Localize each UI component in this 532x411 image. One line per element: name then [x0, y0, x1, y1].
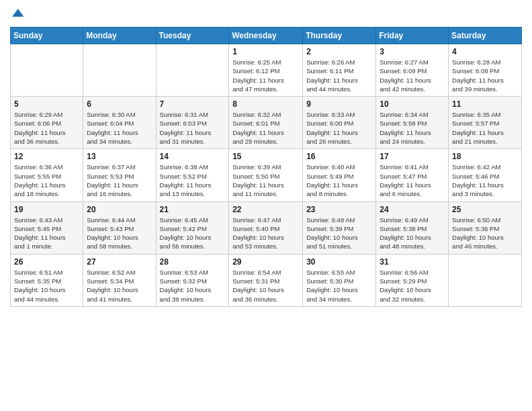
day-detail: Sunrise: 6:40 AM Sunset: 5:49 PM Dayligh…	[306, 163, 372, 198]
day-number: 7	[160, 99, 226, 109]
day-number: 31	[380, 257, 445, 267]
day-detail: Sunrise: 6:41 AM Sunset: 5:47 PM Dayligh…	[380, 163, 445, 198]
day-cell: 10Sunrise: 6:34 AM Sunset: 5:58 PM Dayli…	[376, 97, 449, 149]
day-cell: 18Sunrise: 6:42 AM Sunset: 5:46 PM Dayli…	[449, 149, 522, 201]
day-number: 10	[380, 99, 445, 109]
weekday-header-thursday: Thursday	[303, 28, 376, 44]
day-detail: Sunrise: 6:35 AM Sunset: 5:57 PM Dayligh…	[452, 110, 518, 146]
week-row-1: 1Sunrise: 6:25 AM Sunset: 6:12 PM Daylig…	[11, 44, 522, 97]
day-detail: Sunrise: 6:42 AM Sunset: 5:46 PM Dayligh…	[452, 163, 518, 198]
day-cell: 28Sunrise: 6:53 AM Sunset: 5:32 PM Dayli…	[156, 254, 229, 306]
day-detail: Sunrise: 6:53 AM Sunset: 5:32 PM Dayligh…	[160, 268, 226, 304]
day-detail: Sunrise: 6:38 AM Sunset: 5:52 PM Dayligh…	[160, 163, 226, 198]
day-cell	[449, 254, 522, 306]
day-number: 16	[306, 152, 372, 161]
day-detail: Sunrise: 6:55 AM Sunset: 5:30 PM Dayligh…	[306, 268, 372, 304]
day-detail: Sunrise: 6:45 AM Sunset: 5:42 PM Dayligh…	[160, 216, 226, 251]
day-cell: 6Sunrise: 6:30 AM Sunset: 6:04 PM Daylig…	[83, 97, 156, 149]
day-detail: Sunrise: 6:52 AM Sunset: 5:34 PM Dayligh…	[87, 268, 152, 304]
day-number: 8	[232, 99, 299, 109]
day-number: 23	[306, 205, 372, 214]
day-detail: Sunrise: 6:34 AM Sunset: 5:58 PM Dayligh…	[380, 110, 445, 146]
day-cell: 29Sunrise: 6:54 AM Sunset: 5:31 PM Dayli…	[229, 254, 303, 306]
day-detail: Sunrise: 6:39 AM Sunset: 5:50 PM Dayligh…	[232, 163, 299, 198]
day-cell: 16Sunrise: 6:40 AM Sunset: 5:49 PM Dayli…	[303, 149, 376, 201]
day-number: 30	[306, 257, 372, 267]
day-number: 18	[452, 152, 518, 161]
day-cell: 1Sunrise: 6:25 AM Sunset: 6:12 PM Daylig…	[229, 44, 303, 97]
day-detail: Sunrise: 6:25 AM Sunset: 6:12 PM Dayligh…	[232, 58, 299, 93]
day-number: 1	[232, 47, 299, 56]
day-number: 26	[14, 257, 79, 267]
day-number: 20	[87, 205, 152, 214]
day-number: 13	[87, 152, 152, 161]
day-detail: Sunrise: 6:26 AM Sunset: 6:11 PM Dayligh…	[306, 58, 372, 93]
day-number: 3	[380, 47, 445, 56]
day-cell: 8Sunrise: 6:32 AM Sunset: 6:01 PM Daylig…	[229, 97, 303, 149]
day-detail: Sunrise: 6:28 AM Sunset: 6:08 PM Dayligh…	[452, 58, 518, 93]
day-detail: Sunrise: 6:51 AM Sunset: 5:35 PM Dayligh…	[14, 268, 79, 304]
day-number: 29	[232, 257, 299, 267]
day-cell	[83, 44, 156, 97]
weekday-header-wednesday: Wednesday	[229, 28, 303, 44]
day-detail: Sunrise: 6:31 AM Sunset: 6:03 PM Dayligh…	[160, 110, 226, 146]
day-detail: Sunrise: 6:54 AM Sunset: 5:31 PM Dayligh…	[232, 268, 299, 304]
weekday-header-monday: Monday	[83, 28, 156, 44]
day-number: 28	[160, 257, 226, 267]
day-detail: Sunrise: 6:30 AM Sunset: 6:04 PM Dayligh…	[87, 110, 152, 146]
day-number: 19	[14, 205, 79, 214]
day-cell: 31Sunrise: 6:56 AM Sunset: 5:29 PM Dayli…	[376, 254, 449, 306]
calendar: SundayMondayTuesdayWednesdayThursdayFrid…	[10, 27, 522, 307]
day-cell: 15Sunrise: 6:39 AM Sunset: 5:50 PM Dayli…	[229, 149, 303, 201]
day-cell: 12Sunrise: 6:36 AM Sunset: 5:55 PM Dayli…	[11, 149, 83, 201]
day-number: 14	[160, 152, 226, 161]
day-detail: Sunrise: 6:47 AM Sunset: 5:40 PM Dayligh…	[232, 216, 299, 251]
day-cell: 23Sunrise: 6:48 AM Sunset: 5:39 PM Dayli…	[303, 201, 376, 254]
day-cell: 20Sunrise: 6:44 AM Sunset: 5:43 PM Dayli…	[83, 201, 156, 254]
day-cell: 27Sunrise: 6:52 AM Sunset: 5:34 PM Dayli…	[83, 254, 156, 306]
day-number: 24	[380, 205, 445, 214]
day-number: 22	[232, 205, 299, 214]
day-number: 4	[452, 47, 518, 56]
day-cell: 7Sunrise: 6:31 AM Sunset: 6:03 PM Daylig…	[156, 97, 229, 149]
day-number: 5	[14, 99, 79, 109]
weekday-header-tuesday: Tuesday	[156, 28, 229, 44]
day-number: 6	[87, 99, 152, 109]
day-number: 17	[380, 152, 445, 161]
day-number: 21	[160, 205, 226, 214]
day-cell: 9Sunrise: 6:33 AM Sunset: 6:00 PM Daylig…	[303, 97, 376, 149]
day-cell: 14Sunrise: 6:38 AM Sunset: 5:52 PM Dayli…	[156, 149, 229, 201]
week-row-4: 19Sunrise: 6:43 AM Sunset: 5:45 PM Dayli…	[11, 201, 522, 254]
day-cell: 11Sunrise: 6:35 AM Sunset: 5:57 PM Dayli…	[449, 97, 522, 149]
weekday-header-row: SundayMondayTuesdayWednesdayThursdayFrid…	[11, 28, 522, 44]
day-number: 11	[452, 99, 518, 109]
day-cell	[156, 44, 229, 97]
page: SundayMondayTuesdayWednesdayThursdayFrid…	[0, 0, 532, 411]
day-number: 9	[306, 99, 372, 109]
day-detail: Sunrise: 6:49 AM Sunset: 5:38 PM Dayligh…	[380, 216, 445, 251]
week-row-5: 26Sunrise: 6:51 AM Sunset: 5:35 PM Dayli…	[11, 254, 522, 306]
day-detail: Sunrise: 6:27 AM Sunset: 6:09 PM Dayligh…	[380, 58, 445, 93]
day-detail: Sunrise: 6:37 AM Sunset: 5:53 PM Dayligh…	[87, 163, 152, 198]
day-number: 15	[232, 152, 299, 161]
day-cell: 4Sunrise: 6:28 AM Sunset: 6:08 PM Daylig…	[449, 44, 522, 97]
day-cell: 3Sunrise: 6:27 AM Sunset: 6:09 PM Daylig…	[376, 44, 449, 97]
day-number: 2	[306, 47, 372, 56]
day-number: 12	[14, 152, 79, 161]
day-cell: 19Sunrise: 6:43 AM Sunset: 5:45 PM Dayli…	[11, 201, 83, 254]
day-cell: 5Sunrise: 6:29 AM Sunset: 6:06 PM Daylig…	[11, 97, 83, 149]
day-cell: 26Sunrise: 6:51 AM Sunset: 5:35 PM Dayli…	[11, 254, 83, 306]
day-cell: 25Sunrise: 6:50 AM Sunset: 5:36 PM Dayli…	[449, 201, 522, 254]
day-cell: 22Sunrise: 6:47 AM Sunset: 5:40 PM Dayli…	[229, 201, 303, 254]
logo	[10, 7, 26, 21]
day-detail: Sunrise: 6:56 AM Sunset: 5:29 PM Dayligh…	[380, 268, 445, 304]
day-detail: Sunrise: 6:29 AM Sunset: 6:06 PM Dayligh…	[14, 110, 79, 146]
day-number: 25	[452, 205, 518, 214]
day-detail: Sunrise: 6:32 AM Sunset: 6:01 PM Dayligh…	[232, 110, 299, 146]
weekday-header-saturday: Saturday	[449, 28, 522, 44]
weekday-header-sunday: Sunday	[11, 28, 83, 44]
weekday-header-friday: Friday	[376, 28, 449, 44]
day-detail: Sunrise: 6:48 AM Sunset: 5:39 PM Dayligh…	[306, 216, 372, 251]
day-detail: Sunrise: 6:33 AM Sunset: 6:00 PM Dayligh…	[306, 110, 372, 146]
day-cell: 21Sunrise: 6:45 AM Sunset: 5:42 PM Dayli…	[156, 201, 229, 254]
